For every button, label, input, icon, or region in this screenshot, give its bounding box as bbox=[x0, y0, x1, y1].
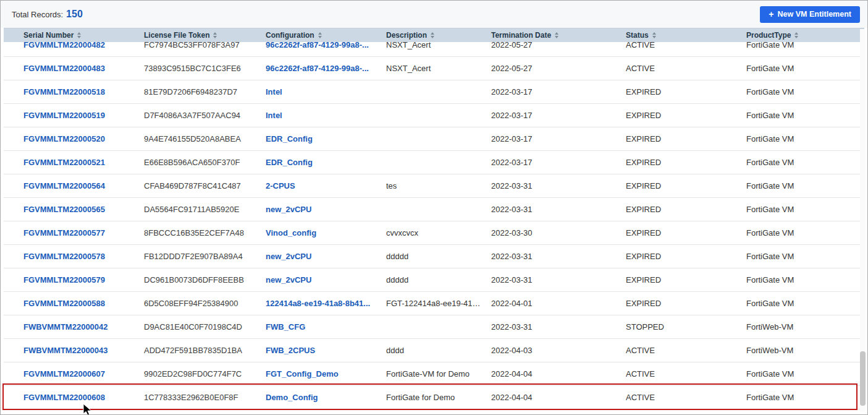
termination-date: 2022-03-30 bbox=[491, 228, 626, 237]
table-row: FGVMMLTM220005886D5C08EFF94F253849001224… bbox=[4, 292, 864, 315]
product-type: FortiWeb-VM bbox=[746, 346, 864, 355]
configuration-link[interactable]: 122414a8-ee19-41a8-8b41... bbox=[266, 299, 386, 308]
termination-date: 2022-03-17 bbox=[491, 111, 626, 120]
sort-icon[interactable] bbox=[431, 32, 434, 38]
column-header-token[interactable]: License File Token bbox=[144, 31, 266, 40]
sort-icon[interactable] bbox=[794, 32, 798, 38]
configuration-link[interactable]: EDR_Config bbox=[266, 134, 386, 143]
serial-number-link[interactable]: FGVMMLTM22000607 bbox=[23, 369, 144, 379]
serial-number-link[interactable]: FWBVMMTM22000042 bbox=[23, 322, 144, 332]
status-text: EXPIRED bbox=[626, 134, 746, 143]
status-text: STOPPED bbox=[626, 322, 746, 332]
configuration-link[interactable]: FWB_CFG bbox=[266, 322, 386, 332]
table-row: FGVMMLTM2200051881E79D7206F6948237D7Inte… bbox=[4, 80, 864, 104]
serial-number-link[interactable]: FGVMMLTM22000483 bbox=[23, 64, 144, 73]
column-header-product[interactable]: ProductType bbox=[746, 31, 864, 40]
new-vm-entitlement-label: New VM Entitlement bbox=[778, 10, 851, 19]
termination-date: 2022-03-31 bbox=[491, 322, 626, 332]
column-header-status[interactable]: Status bbox=[626, 31, 746, 40]
serial-number-link[interactable]: FGVMMLTM22000577 bbox=[23, 228, 144, 237]
configuration-link[interactable]: new_2vCPU bbox=[266, 275, 386, 285]
configuration-link[interactable]: Vinod_config bbox=[266, 228, 386, 237]
total-records-label: Total Records: bbox=[12, 10, 63, 19]
vertical-scrollbar[interactable] bbox=[860, 29, 866, 412]
column-header-config[interactable]: Configuration bbox=[266, 31, 386, 40]
serial-number-link[interactable]: FGVMMLTM22000518 bbox=[23, 87, 144, 96]
column-header-label: Description bbox=[386, 31, 427, 40]
status-text: ACTIVE bbox=[626, 64, 746, 73]
termination-date: 2022-03-31 bbox=[491, 252, 626, 261]
column-header-label: Configuration bbox=[266, 31, 314, 40]
serial-number-link[interactable]: FGVMMLTM22000564 bbox=[23, 181, 144, 190]
serial-number-link[interactable]: FGVMMLTM22000579 bbox=[23, 275, 144, 285]
table-row: FGVMMLTM22000579DC961B0073D6DFF8EEBBnew_… bbox=[4, 268, 864, 292]
product-type: FortiGate VM bbox=[746, 369, 864, 379]
configuration-link[interactable]: EDR_Config bbox=[266, 158, 386, 167]
column-header-description[interactable]: Description bbox=[386, 31, 491, 40]
total-records: Total Records: 150 bbox=[12, 9, 83, 20]
product-type: FortiGate VM bbox=[746, 275, 864, 285]
serial-number-link[interactable]: FGVMMLTM22000521 bbox=[23, 158, 144, 167]
configuration-link[interactable]: FGT_Config_Demo bbox=[266, 369, 386, 379]
status-text: EXPIRED bbox=[626, 158, 746, 167]
termination-date: 2022-03-31 bbox=[491, 181, 626, 190]
configuration-link[interactable]: Intel bbox=[266, 87, 386, 96]
table-row: FGVMMLTM220005209A4E746155D520A8ABEAEDR_… bbox=[4, 127, 864, 151]
configuration-link[interactable]: 2-CPUS bbox=[266, 181, 386, 190]
product-type: FortiGate VM bbox=[746, 228, 864, 237]
table-row: FGVMMLTM22000519D7F4086A3A7F507AAC94Inte… bbox=[4, 104, 864, 127]
sort-icon[interactable] bbox=[77, 32, 81, 38]
status-text: EXPIRED bbox=[626, 181, 746, 190]
configuration-link[interactable]: Intel bbox=[266, 111, 386, 120]
product-type: FortiGate VM bbox=[746, 299, 864, 308]
license-file-token: DC961B0073D6DFF8EEBB bbox=[144, 275, 266, 285]
sort-icon[interactable] bbox=[652, 32, 656, 38]
serial-number-link[interactable]: FGVMMLTM22000578 bbox=[23, 252, 144, 261]
table-row: FGVMMLTM22000521E66E8B596ACA650F370FEDR_… bbox=[4, 151, 864, 174]
new-vm-entitlement-button[interactable]: + New VM Entitlement bbox=[760, 6, 860, 23]
serial-number-link[interactable]: FWBVMMTM22000043 bbox=[23, 346, 144, 355]
entitlement-table: Serial NumberLicense File TokenConfigura… bbox=[4, 28, 864, 409]
column-header-serial[interactable]: Serial Number bbox=[23, 31, 144, 40]
serial-number-link[interactable]: FGVMMLTM22000520 bbox=[23, 134, 144, 143]
sort-icon[interactable] bbox=[555, 32, 558, 38]
sort-icon[interactable] bbox=[318, 32, 322, 38]
configuration-link[interactable]: Demo_Config bbox=[266, 393, 386, 402]
vm-entitlement-list-screen: Total Records: 150 + New VM Entitlement … bbox=[0, 0, 868, 415]
serial-number-link[interactable]: FGVMMLTM22000519 bbox=[23, 111, 144, 120]
scrollbar-thumb[interactable] bbox=[860, 351, 866, 406]
license-file-token: E66E8B596ACA650F370F bbox=[144, 158, 266, 167]
table-body: FGVMMLTM22000482FC7974BC53FF078F3A9796c2… bbox=[4, 33, 864, 409]
status-text: EXPIRED bbox=[626, 252, 746, 261]
description-text: NSXT_Acert bbox=[386, 64, 491, 73]
license-file-token: 6D5C08EFF94F25384900 bbox=[144, 299, 266, 308]
table-row: FGVMMLTM220005778FBCCC16B35E2CEF7A48Vino… bbox=[4, 221, 864, 245]
configuration-link[interactable]: FWB_2CPUS bbox=[266, 346, 386, 355]
status-text: EXPIRED bbox=[626, 111, 746, 120]
license-file-token: D7F4086A3A7F507AAC94 bbox=[144, 111, 266, 120]
termination-date: 2022-05-27 bbox=[491, 64, 626, 73]
configuration-link[interactable]: new_2vCPU bbox=[266, 205, 386, 214]
status-text: ACTIVE bbox=[626, 346, 746, 355]
license-file-token: 9A4E746155D520A8ABEA bbox=[144, 134, 266, 143]
sort-icon[interactable] bbox=[213, 32, 217, 38]
status-text: EXPIRED bbox=[626, 87, 746, 96]
column-header-label: Status bbox=[626, 31, 649, 40]
column-header-label: Serial Number bbox=[23, 31, 74, 40]
column-header-termination[interactable]: Termination Date bbox=[491, 31, 626, 40]
serial-number-link[interactable]: FGVMMLTM22000588 bbox=[23, 299, 144, 308]
serial-number-link[interactable]: FGVMMLTM22000565 bbox=[23, 205, 144, 214]
license-file-token: FB12DDD7F2E907BA89A4 bbox=[144, 252, 266, 261]
table-row: FWBVMMTM22000042D9AC81E40C0F70198C4DFWB_… bbox=[4, 315, 864, 339]
description-text: FGT-122414a8-ee19-41a8-... bbox=[386, 299, 491, 308]
serial-number-link[interactable]: FGVMMLTM22000608 bbox=[23, 393, 144, 402]
table-row: FWBVMMTM22000043ADD472F591BB7835D1BAFWB_… bbox=[4, 339, 864, 362]
status-text: EXPIRED bbox=[626, 228, 746, 237]
configuration-link[interactable]: new_2vCPU bbox=[266, 252, 386, 261]
total-records-value: 150 bbox=[66, 9, 83, 20]
license-file-token: D9AC81E40C0F70198C4D bbox=[144, 322, 266, 332]
table-row: FGVMMLTM22000564CFAB469D787F8C41C4872-CP… bbox=[4, 174, 864, 198]
product-type: FortiGate VM bbox=[746, 252, 864, 261]
configuration-link[interactable]: 96c2262f-af87-4129-99a8-... bbox=[266, 64, 386, 73]
product-type: FortiGate VM bbox=[746, 111, 864, 120]
